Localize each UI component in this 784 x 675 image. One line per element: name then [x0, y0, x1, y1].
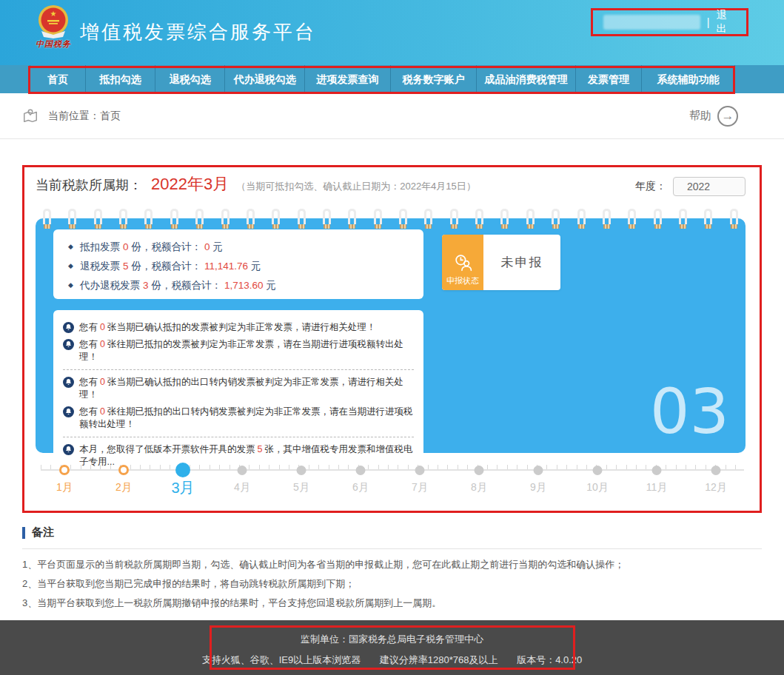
month-dot	[534, 466, 543, 475]
stat-prefix: 退税发票	[80, 261, 120, 272]
arrow-circle-icon: →	[717, 106, 738, 127]
nav-bar: 首页 抵扣勾选 退税勾选 代办退税勾选 进项发票查询 税务数字账户 成品油消费税…	[0, 65, 784, 93]
nav-tab-agent-refund-check[interactable]: 代办退税勾选	[225, 65, 305, 93]
help-label: 帮助	[689, 109, 711, 123]
month-dot	[652, 466, 662, 475]
year-label: 年度：	[635, 180, 666, 193]
timeline-month-5[interactable]: 5月	[272, 453, 331, 505]
location-map-icon	[22, 108, 38, 124]
declare-status-badge: 申报状态	[442, 235, 483, 290]
spiral-ring	[424, 209, 432, 229]
timeline-month-2[interactable]: 2月	[94, 453, 153, 505]
year-select[interactable]: 2022	[673, 177, 746, 196]
timeline-month-3[interactable]: 3月	[153, 453, 212, 505]
nav-tab-home[interactable]: 首页	[30, 65, 86, 93]
bell-icon	[63, 339, 74, 350]
nav-tab-invoice-management[interactable]: 发票管理	[576, 65, 642, 93]
note-item-1: 1、平台页面显示的当前税款所属期即当期，勾选、确认截止时间为各省当期的申报截止期…	[22, 556, 762, 573]
spiral-ring	[170, 209, 178, 229]
nav-tab-input-invoice-query[interactable]: 进项发票查询	[305, 65, 391, 93]
stat-prefix: 抵扣发票	[80, 241, 120, 252]
nav-tab-refined-oil-tax[interactable]: 成品油消费税管理	[477, 65, 576, 93]
timeline-month-12[interactable]: 12月	[686, 453, 746, 505]
spiral-ring	[450, 209, 458, 229]
timeline-month-11[interactable]: 11月	[627, 453, 686, 505]
period-value: 2022年3月	[151, 173, 229, 195]
footer: 监制单位：国家税务总局电子税务管理中心 支持火狐、谷歌、IE9以上版本浏览器 建…	[0, 620, 784, 675]
year-selector-group: 年度： 2022	[635, 177, 746, 196]
nav-tab-tax-digital-account[interactable]: 税务数字账户	[391, 65, 477, 93]
svg-text:★: ★	[50, 10, 57, 18]
notes-title: 备注	[32, 525, 54, 540]
notes-section: 备注 1、平台页面显示的当前税款所属期即当期，勾选、确认截止时间为各省当期的申报…	[22, 525, 762, 614]
stat-count: 3	[143, 280, 149, 291]
month-dot	[475, 466, 484, 475]
nav-tab-tax-refund-check[interactable]: 退税勾选	[155, 65, 225, 93]
bell-icon	[63, 322, 74, 333]
stat-amount: 1,713.60	[224, 280, 264, 291]
logout-button[interactable]: 退出	[716, 9, 736, 36]
stat-row-agent-refund: ◆代办退税发票3份，税额合计：1,713.60元	[68, 275, 423, 295]
diamond-bullet-icon: ◆	[68, 281, 73, 289]
calendar-panel: ◆抵扣发票0份，税额合计：0元 ◆退税发票5份，税额合计：11,141.76元 …	[36, 218, 746, 453]
declare-status-value: 未申报	[483, 235, 560, 290]
stat-amount: 11,141.76	[204, 261, 248, 272]
spiral-ring	[247, 209, 255, 229]
spiral-ring	[679, 209, 687, 229]
nav-tab-deduction-check[interactable]: 抵扣勾选	[86, 65, 155, 93]
spiral-ring	[68, 209, 76, 229]
spiral-ring	[475, 209, 483, 229]
notes-divider	[22, 548, 762, 549]
notes-header: 备注	[22, 525, 762, 540]
page-title: 增值税发票综合服务平台	[80, 19, 316, 45]
stat-mid: 份，税额合计：	[131, 241, 201, 252]
spiral-ring	[43, 209, 51, 229]
timeline-month-7[interactable]: 7月	[390, 453, 449, 505]
stat-row-deduction: ◆抵扣发票0份，税额合计：0元	[68, 237, 423, 256]
dashed-divider	[63, 369, 414, 370]
month-dot	[711, 466, 721, 475]
help-button[interactable]: 帮助 →	[689, 106, 738, 127]
notice-text: 您有0张往期已抵扣的发票被判定为非正常发票，请在当期进行进项税额转出处理！	[79, 338, 414, 363]
spiral-ring	[730, 209, 738, 229]
gov-emblem-logo: ★ 中国税务	[33, 4, 74, 50]
bell-icon	[63, 406, 74, 417]
big-month-number: 03	[650, 380, 729, 443]
footer-info-line: 支持火狐、谷歌、IE9以上版本浏览器 建议分辨率1280*768及以上 版本号：…	[0, 654, 784, 667]
footer-version: 版本号：4.0.20	[517, 654, 582, 665]
header: ★ 中国税务 增值税发票综合服务平台 | 退出	[0, 0, 784, 65]
month-dot	[356, 466, 366, 475]
declare-status-label: 申报状态	[446, 275, 479, 286]
spiral-ring	[603, 209, 611, 229]
timeline-month-4[interactable]: 4月	[212, 453, 272, 505]
notice-row: 您有0张当期已确认抵扣的发票被判定为非正常发票，请进行相关处理！	[63, 321, 414, 334]
month-dot	[297, 466, 306, 475]
logo-subtext: 中国税务	[33, 38, 74, 50]
notice-text: 您有0张当期已确认抵扣的出口转内销发票被判定为非正常发票，请进行相关处理！	[79, 376, 414, 401]
footer-resolution: 建议分辨率1280*768及以上	[380, 654, 498, 665]
period-header-row: 当前税款所属期： 2022年3月 （当期可抵扣勾选、确认截止日期为：2022年4…	[36, 173, 746, 196]
spiral-ring	[654, 209, 662, 229]
vat-invoice-platform-page: ★ 中国税务 增值税发票综合服务平台 | 退出 首页 抵扣勾选 退税勾选 代办退…	[0, 0, 784, 675]
month-dot	[59, 465, 70, 475]
timeline-month-6[interactable]: 6月	[331, 453, 390, 505]
spiral-ring	[374, 209, 382, 229]
timeline-month-9[interactable]: 9月	[509, 453, 568, 505]
timeline-month-8[interactable]: 8月	[449, 453, 509, 505]
stat-mid: 份，税额合计：	[151, 280, 221, 291]
clock-person-icon	[453, 253, 473, 273]
stat-suffix: 元	[267, 280, 277, 291]
stat-mid: 份，税额合计：	[131, 261, 201, 272]
timeline-month-10[interactable]: 10月	[568, 453, 627, 505]
notice-row: 您有0张当期已确认抵扣的出口转内销发票被判定为非正常发票，请进行相关处理！	[63, 376, 414, 401]
spiral-rings	[43, 209, 738, 229]
stat-prefix: 代办退税发票	[80, 280, 140, 291]
spiral-ring	[94, 209, 102, 229]
nav-tab-system-aux[interactable]: 系统辅助功能	[642, 65, 735, 93]
stat-suffix: 元	[212, 241, 223, 252]
breadcrumb-bar: 当前位置：首页 帮助 →	[0, 93, 784, 139]
spiral-ring	[119, 209, 127, 229]
dashed-divider	[63, 437, 414, 437]
timeline-month-1[interactable]: 1月	[35, 453, 94, 505]
note-item-3: 3、当期平台获取到您上一税款所属期撤销申报的结果时，平台支持您回退税款所属期到上…	[22, 594, 762, 611]
